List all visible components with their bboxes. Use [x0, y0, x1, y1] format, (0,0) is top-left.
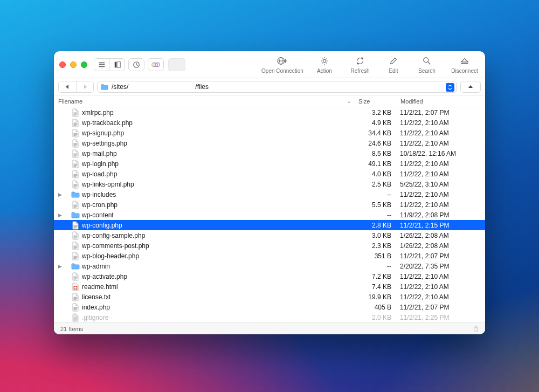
column-size[interactable]: Size: [355, 98, 397, 105]
file-row[interactable]: wp-blog-header.php351 B11/2/21, 2:07 PM: [54, 251, 485, 261]
lock-icon: [473, 325, 479, 333]
nav-back-button[interactable]: [59, 81, 76, 92]
folder-icon: [71, 190, 80, 199]
file-name: wp-comments-post.php: [82, 242, 355, 250]
close-window-button[interactable]: [59, 61, 66, 68]
file-icon: [71, 242, 80, 250]
sort-indicator-icon: ⌄: [347, 98, 351, 105]
file-modified: 11/2/22, 2:10 AM: [397, 129, 485, 137]
minimize-window-button[interactable]: [70, 61, 77, 68]
svg-rect-45: [74, 225, 77, 226]
file-row[interactable]: ▶wp-admin--2/20/22, 7:35 PM: [54, 261, 485, 271]
file-list[interactable]: xmlrpc.php3.2 KB11/2/21, 2:07 PMwp-track…: [54, 107, 485, 322]
open-connection-label: Open Connection: [261, 68, 303, 74]
file-size: 8.5 KB: [355, 150, 397, 157]
file-modified: 11/9/22, 2:08 PM: [397, 211, 485, 219]
file-modified: 11/2/22, 2:10 AM: [397, 273, 485, 280]
svg-rect-47: [74, 228, 76, 228]
file-name: wp-signup.php: [82, 129, 355, 137]
file-name: license.txt: [82, 293, 355, 301]
file-row[interactable]: wp-activate.php7.2 KB11/2/22, 2:10 AM: [54, 271, 485, 281]
list-view-button[interactable]: [94, 59, 109, 71]
zoom-window-button[interactable]: [81, 61, 87, 68]
disconnect-label: Disconnect: [451, 68, 478, 74]
item-count: 21 Items: [60, 326, 83, 332]
file-modified: 11/2/22, 2:10 AM: [397, 293, 485, 301]
svg-rect-59: [74, 279, 76, 279]
path-combobox[interactable]: /sites/ /files: [97, 81, 457, 93]
svg-rect-23: [74, 125, 76, 126]
file-row[interactable]: index.php405 B11/2/21, 2:07 PM: [54, 302, 485, 312]
open-connection-button[interactable]: Open Connection: [263, 56, 302, 74]
file-modified: 11/2/22, 2:10 AM: [397, 283, 485, 291]
file-row[interactable]: wp-cron.php5.5 KB11/2/22, 2:10 AM: [54, 200, 485, 210]
file-name: wp-activate.php: [82, 273, 355, 280]
file-row[interactable]: wp-settings.php24.6 KB11/2/22, 2:10 AM: [54, 138, 485, 148]
file-row[interactable]: .gitignore2.0 KB11/2/21, 2:25 PM: [54, 312, 485, 322]
folder-icon: [71, 262, 80, 271]
refresh-label: Refresh: [350, 68, 369, 74]
file-row[interactable]: wp-trackback.php4.9 KB11/2/22, 2:10 AM: [54, 118, 485, 128]
file-icon: [71, 272, 80, 281]
disclosure-triangle[interactable]: ▶: [56, 212, 64, 218]
outline-view-button[interactable]: [109, 59, 125, 71]
svg-rect-33: [74, 164, 77, 164]
file-row[interactable]: xmlrpc.php3.2 KB11/2/21, 2:07 PM: [54, 107, 485, 118]
file-size: 405 B: [355, 304, 397, 311]
svg-rect-62: [74, 298, 77, 299]
nav-forward-button[interactable]: [76, 81, 93, 92]
svg-rect-22: [74, 124, 77, 125]
svg-rect-26: [74, 135, 76, 136]
svg-rect-25: [74, 134, 77, 135]
svg-rect-58: [74, 278, 77, 278]
disclosure-triangle[interactable]: ▶: [56, 192, 64, 197]
file-row[interactable]: wp-login.php49.1 KB11/2/22, 2:10 AM: [54, 159, 485, 169]
file-size: --: [355, 211, 397, 219]
svg-rect-39: [74, 184, 77, 185]
svg-rect-70: [474, 328, 478, 331]
svg-rect-55: [74, 257, 77, 258]
file-name: xmlrpc.php: [82, 109, 355, 116]
file-size: 3.0 KB: [355, 232, 397, 239]
file-icon: [71, 252, 80, 260]
disconnect-button[interactable]: Disconnect: [450, 56, 480, 74]
go-up-button[interactable]: [460, 81, 481, 93]
column-filename[interactable]: Filename ⌄: [54, 98, 355, 105]
svg-rect-27: [74, 143, 77, 144]
bonjour-button[interactable]: [148, 58, 164, 71]
file-row[interactable]: wp-load.php4.0 KB11/2/22, 2:10 AM: [54, 169, 485, 179]
path-prefix: /sites/: [112, 83, 128, 91]
file-row[interactable]: wp-signup.php34.4 KB11/2/22, 2:10 AM: [54, 128, 485, 138]
file-modified: 1/26/22, 2:08 AM: [397, 232, 485, 239]
file-name: wp-login.php: [82, 160, 355, 168]
edit-button[interactable]: Edit: [383, 56, 404, 74]
file-row[interactable]: wp-config.php2.8 KB11/2/21, 2:15 PM: [54, 220, 485, 230]
svg-rect-4: [117, 61, 120, 67]
file-row[interactable]: wp-config-sample.php3.0 KB1/26/22, 2:08 …: [54, 230, 485, 240]
disclosure-triangle[interactable]: ▶: [56, 264, 64, 269]
history-button[interactable]: [128, 58, 144, 71]
search-button[interactable]: Search: [414, 56, 440, 74]
svg-line-16: [428, 61, 430, 64]
file-modified: 11/2/22, 2:10 AM: [397, 160, 485, 168]
file-row[interactable]: ▶wp-content--11/9/22, 2:08 PM: [54, 210, 485, 220]
svg-rect-31: [74, 155, 77, 155]
status-bar: 21 Items: [54, 322, 485, 334]
file-modified: 11/2/21, 2:07 PM: [397, 252, 485, 260]
column-modified[interactable]: Modified: [397, 98, 485, 105]
file-name: wp-mail.php: [82, 150, 355, 157]
ftp-window: Open Connection Action Refresh Edit Sear…: [54, 51, 485, 334]
svg-rect-50: [74, 238, 76, 238]
file-row[interactable]: wp-links-opml.php2.5 KB5/25/22, 3:10 AM: [54, 179, 485, 189]
file-row[interactable]: license.txt19.9 KB11/2/22, 2:10 AM: [54, 292, 485, 302]
file-modified: 11/2/21, 2:15 PM: [397, 222, 485, 229]
action-button[interactable]: Action: [312, 56, 337, 74]
refresh-button[interactable]: Refresh: [347, 56, 373, 74]
file-row[interactable]: wp-comments-post.php2.3 KB1/26/22, 2:08 …: [54, 240, 485, 251]
file-row[interactable]: readme.html7.4 KB11/2/22, 2:10 AM: [54, 281, 485, 292]
svg-rect-57: [74, 277, 77, 277]
file-row[interactable]: wp-mail.php8.5 KB10/18/22, 12:16 AM: [54, 148, 485, 159]
svg-rect-34: [74, 165, 77, 166]
file-modified: 11/2/22, 2:10 AM: [397, 201, 485, 209]
file-row[interactable]: ▶wp-includes--11/2/22, 2:10 AM: [54, 189, 485, 200]
